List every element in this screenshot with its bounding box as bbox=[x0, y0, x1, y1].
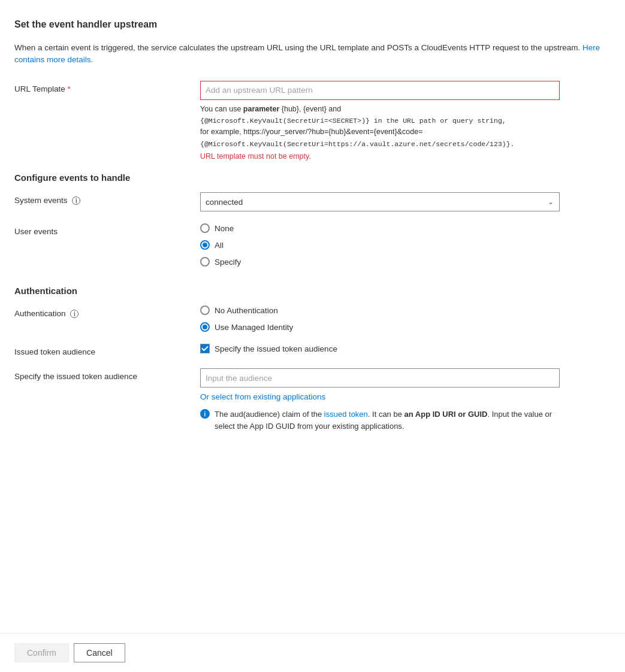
authentication-row: Authentication i No Authentication Use M… bbox=[14, 305, 601, 332]
user-events-label: User events bbox=[14, 223, 200, 236]
radio-all[interactable]: All bbox=[200, 240, 601, 250]
system-events-dropdown-wrapper: connected disconnected connect ⌄ bbox=[200, 192, 560, 211]
issued-token-label: Issued token audience bbox=[14, 344, 200, 356]
system-events-control: connected disconnected connect ⌄ bbox=[200, 192, 601, 211]
page-title: Set the event handler upstream bbox=[14, 19, 601, 30]
configure-events-section: Configure events to handle System events… bbox=[14, 172, 601, 267]
configure-events-title: Configure events to handle bbox=[14, 172, 601, 183]
confirm-button[interactable]: Confirm bbox=[14, 643, 69, 662]
issued-token-checkbox-row: Specify the issued token audience bbox=[200, 344, 601, 353]
radio-no-auth-label: No Authentication bbox=[215, 306, 278, 315]
authentication-label: Authentication i bbox=[14, 305, 200, 318]
specify-audience-row: Specify the issued token audience Or sel… bbox=[14, 368, 601, 432]
url-template-control: You can use parameter {hub}, {event} and… bbox=[200, 81, 601, 161]
radio-specify-circle bbox=[200, 257, 210, 267]
url-template-hint: You can use parameter {hub}, {event} and… bbox=[200, 104, 560, 150]
issued-token-checkbox-label: Specify the issued token audience bbox=[215, 344, 337, 353]
page-description: When a certain event is triggered, the s… bbox=[14, 42, 601, 66]
select-applications-link[interactable]: Or select from existing applications bbox=[200, 392, 325, 401]
user-events-radio-group: None All Specify bbox=[200, 223, 601, 267]
authentication-info-icon[interactable]: i bbox=[70, 310, 78, 318]
authentication-title: Authentication bbox=[14, 286, 601, 296]
user-events-control: None All Specify bbox=[200, 223, 601, 267]
authentication-control: No Authentication Use Managed Identity bbox=[200, 305, 601, 332]
audience-input[interactable] bbox=[200, 368, 560, 388]
issued-token-link[interactable]: issued token bbox=[324, 410, 368, 419]
radio-managed-identity-circle bbox=[200, 322, 210, 332]
specify-audience-control: Or select from existing applications i T… bbox=[200, 368, 601, 432]
issued-token-checkbox[interactable] bbox=[200, 344, 210, 353]
info-dot-icon: i bbox=[200, 409, 210, 419]
user-events-row: User events None All Specify bbox=[14, 223, 601, 267]
system-events-select[interactable]: connected disconnected connect bbox=[200, 192, 560, 211]
radio-no-auth-circle bbox=[200, 305, 210, 315]
system-events-info-icon[interactable]: i bbox=[72, 196, 80, 205]
url-template-label: URL Template * bbox=[14, 81, 200, 93]
system-events-label: System events i bbox=[14, 192, 200, 205]
checkmark-icon bbox=[201, 345, 209, 352]
specify-audience-label: Specify the issued token audience bbox=[14, 368, 200, 381]
url-template-error: URL template must not be empty. bbox=[200, 152, 601, 161]
radio-specify[interactable]: Specify bbox=[200, 257, 601, 267]
url-template-input[interactable] bbox=[200, 81, 560, 100]
radio-managed-identity[interactable]: Use Managed Identity bbox=[200, 322, 601, 332]
radio-none-label: None bbox=[215, 224, 234, 233]
required-indicator: * bbox=[68, 84, 71, 93]
cancel-button[interactable]: Cancel bbox=[74, 643, 125, 662]
audience-info-text: The aud(audience) claim of the issued to… bbox=[215, 408, 560, 432]
authentication-radio-group: No Authentication Use Managed Identity bbox=[200, 305, 601, 332]
issued-token-row: Issued token audience Specify the issued… bbox=[14, 344, 601, 356]
authentication-section: Authentication Authentication i No Authe… bbox=[14, 286, 601, 432]
radio-none-circle bbox=[200, 223, 210, 233]
system-events-row: System events i connected disconnected c… bbox=[14, 192, 601, 211]
radio-all-circle bbox=[200, 240, 210, 250]
url-template-row: URL Template * You can use parameter {hu… bbox=[14, 81, 601, 161]
footer: Confirm Cancel bbox=[0, 633, 625, 672]
radio-none[interactable]: None bbox=[200, 223, 601, 233]
issued-token-control: Specify the issued token audience bbox=[200, 344, 601, 353]
radio-specify-label: Specify bbox=[215, 258, 241, 267]
radio-all-label: All bbox=[215, 241, 224, 250]
radio-no-auth[interactable]: No Authentication bbox=[200, 305, 601, 315]
radio-managed-identity-label: Use Managed Identity bbox=[215, 323, 293, 332]
audience-info-box: i The aud(audience) claim of the issued … bbox=[200, 408, 560, 432]
